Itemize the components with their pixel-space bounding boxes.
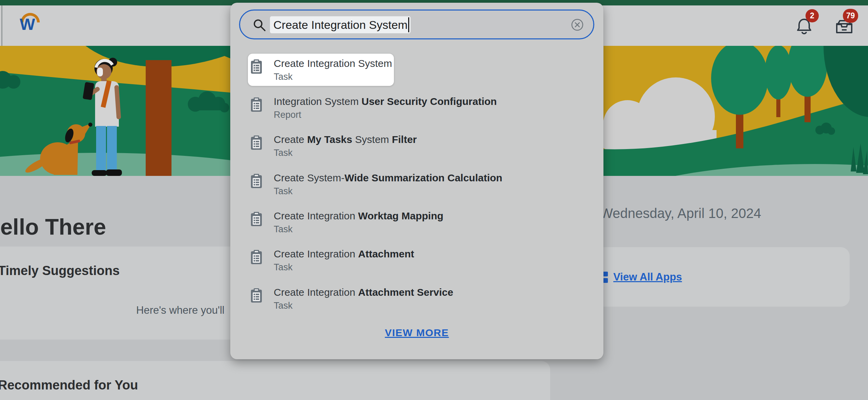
search-query-text: Create Integration System <box>273 18 408 32</box>
result-type: Task <box>274 261 581 273</box>
search-result-item[interactable]: Create Integration System Task <box>248 54 394 86</box>
timely-suggestions-body: Here's where you'll <box>136 304 224 316</box>
clear-search-icon[interactable] <box>571 18 584 31</box>
recommended-title: Recommended for You <box>0 378 138 393</box>
search-query-selection: Create Integration System <box>270 16 411 33</box>
headphones-earcup <box>97 68 103 76</box>
result-title: Create My Tasks System Filter <box>274 133 581 146</box>
search-result-item[interactable]: Create Integration Worktag Mapping Task <box>248 206 581 238</box>
text-caret <box>408 17 409 32</box>
dog-nose <box>88 123 92 127</box>
search-result-text: Create System-Wide Summarization Calcula… <box>274 171 581 197</box>
clipboard-icon <box>251 212 262 228</box>
search-result-item[interactable]: Create My Tasks System Filter Task <box>248 130 581 162</box>
result-type: Task <box>274 300 581 311</box>
clipboard-icon <box>251 59 262 75</box>
clipboard-icon <box>251 174 262 190</box>
apps-card: View All Apps <box>560 247 850 307</box>
clipboard-icon <box>251 135 262 151</box>
result-type: Task <box>274 223 581 235</box>
tree-trunk-left <box>146 60 171 176</box>
notifications-badge: 2 <box>806 9 819 22</box>
person-shoe <box>92 170 107 176</box>
result-type: Report <box>274 109 581 121</box>
result-type: Task <box>274 147 581 159</box>
search-dropdown-panel: Create Integration System <box>230 3 603 359</box>
result-title: Create Integration Worktag Mapping <box>274 210 581 222</box>
search-result-text: Create Integration Worktag Mapping Task <box>274 210 581 235</box>
result-title: Create Integration System <box>274 57 394 70</box>
workday-home-screen: W 2 79 Hello There Wednesday, April 10, … <box>0 0 868 400</box>
view-more-link[interactable]: VIEW MORE <box>230 327 603 339</box>
inbox-badge: 79 <box>843 9 858 23</box>
search-result-text: Create Integration Attachment Task <box>274 248 581 273</box>
view-all-apps-link[interactable]: View All Apps <box>613 271 682 283</box>
search-result-text: Create My Tasks System Filter Task <box>274 133 581 159</box>
recommended-card: Recommended for You <box>0 361 550 400</box>
search-result-item[interactable]: Create Integration Attachment Service Ta… <box>248 283 581 315</box>
search-result-text: Create Integration System Task <box>274 57 394 83</box>
result-title: Integration System User Security Configu… <box>274 95 581 108</box>
result-title: Create System-Wide Summarization Calcula… <box>274 171 581 184</box>
result-type: Task <box>274 185 581 197</box>
clipboard-icon <box>251 97 262 113</box>
clipboard-icon <box>251 288 262 304</box>
result-title: Create Integration Attachment Service <box>274 286 581 299</box>
search-input[interactable]: Create Integration System <box>239 10 594 39</box>
window-edge-line <box>1 5 2 46</box>
search-result-item[interactable]: Create Integration Attachment Task <box>248 244 581 276</box>
search-result-item[interactable]: Create System-Wide Summarization Calcula… <box>248 168 581 200</box>
current-date: Wednesday, April 10, 2024 <box>600 206 761 221</box>
result-type: Task <box>274 71 394 83</box>
result-title: Create Integration Attachment <box>274 248 581 260</box>
search-result-text: Integration System User Security Configu… <box>274 95 581 121</box>
search-icon <box>252 18 267 32</box>
logo-letter: W <box>20 15 34 34</box>
timely-suggestions-title: Timely Suggestions <box>0 263 120 278</box>
search-result-text: Create Integration Attachment Service Ta… <box>274 286 581 311</box>
search-result-item[interactable]: Integration System User Security Configu… <box>248 92 581 124</box>
workday-logo[interactable]: W <box>20 12 39 35</box>
clipboard-icon <box>251 250 262 266</box>
greeting-title: Hello There <box>0 214 106 240</box>
person-jeans <box>96 126 106 173</box>
